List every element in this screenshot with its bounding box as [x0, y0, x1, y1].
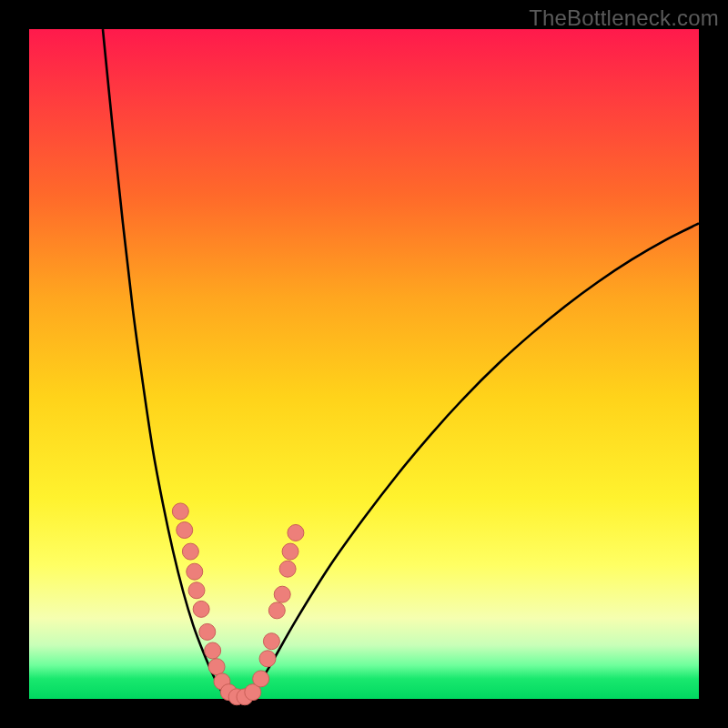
marker-dot — [259, 651, 276, 667]
marker-dot — [188, 582, 205, 599]
marker-dot — [193, 601, 209, 617]
marker-dot — [274, 586, 290, 602]
plot-area — [29, 29, 699, 699]
marker-dot — [199, 623, 216, 640]
curve-group — [103, 29, 699, 700]
watermark-text: TheBottleneck.com — [529, 5, 719, 31]
marker-dot — [208, 659, 225, 675]
curve-svg — [29, 29, 699, 699]
marker-dot — [182, 543, 198, 560]
marker-dot — [253, 671, 269, 687]
marker-dot — [172, 503, 188, 520]
marker-dot — [177, 522, 193, 539]
marker-dot — [282, 543, 298, 560]
bottleneck-curve-path — [103, 29, 699, 700]
marker-dot — [263, 633, 279, 650]
marker-dot — [268, 602, 285, 619]
marker-dot — [205, 642, 221, 659]
marker-dot — [279, 561, 296, 577]
markers-group — [172, 503, 304, 705]
marker-dot — [187, 563, 203, 580]
marker-dot — [288, 524, 304, 541]
chart-frame: TheBottleneck.com — [0, 0, 728, 728]
